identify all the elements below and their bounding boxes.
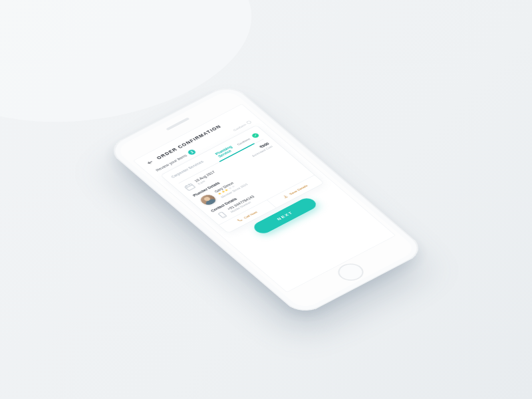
calendar-icon <box>182 182 197 192</box>
app-screen: ORDER CONFIRMATION Review your items 2 C… <box>133 104 396 293</box>
conform-label-small: Conform <box>237 138 251 146</box>
arrow-left-icon <box>145 159 156 166</box>
item-count-badge: 2 <box>187 149 197 156</box>
plumber-avatar <box>197 192 219 207</box>
svg-point-2 <box>223 216 225 217</box>
call-now-label: Call Now <box>243 211 258 219</box>
phone-frame: ORDER CONFIRMATION Review your items 2 C… <box>105 82 428 317</box>
back-button[interactable] <box>145 159 156 166</box>
svg-rect-0 <box>185 184 196 191</box>
download-icon <box>282 194 289 200</box>
phone-icon <box>236 218 243 223</box>
circle-empty-icon <box>245 120 252 125</box>
mobile-icon <box>215 210 229 220</box>
tab-plumbing-label: Plumbing Service <box>214 142 240 158</box>
check-circle-icon <box>251 132 260 138</box>
svg-rect-1 <box>218 212 227 218</box>
save-details-label: Save Details <box>289 184 309 196</box>
